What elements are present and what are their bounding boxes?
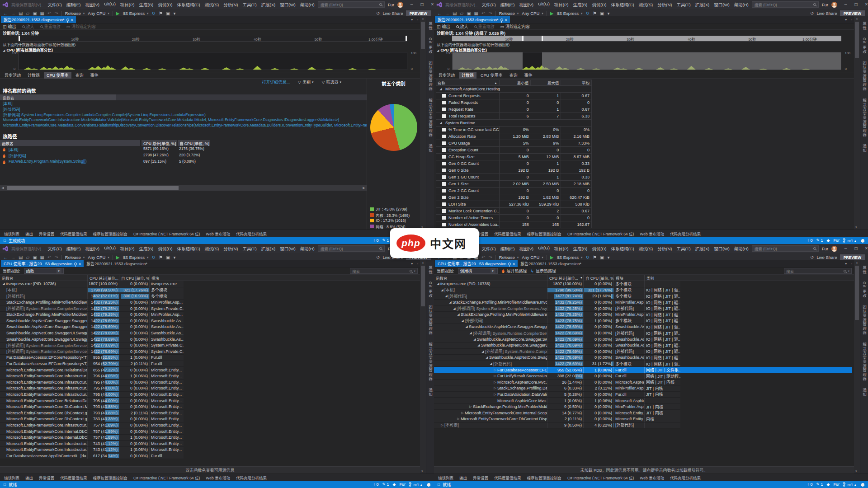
top-function-row[interactable]: Microsoft.EntityFrameworkCore.Metadata.C… <box>0 123 367 129</box>
tab-close-icon[interactable]: × <box>513 262 515 266</box>
table-row[interactable]: ◢Swashbuckle.AspNetCore.Swagger.SwaggerM… <box>434 324 680 330</box>
col-avg[interactable]: 平均 <box>561 80 591 85</box>
reset-zoom-button[interactable]: 重置缩放 <box>474 23 495 29</box>
table-row[interactable]: Microsoft.EntityFrameworkCore.DbContext.… <box>0 410 184 416</box>
menu-item[interactable]: 帮助(H) <box>300 1 315 8</box>
toolbox-icon[interactable]: ▣ <box>600 255 604 260</box>
redo-icon[interactable]: ↷ <box>488 11 492 16</box>
counter-checkbox[interactable] <box>442 182 446 186</box>
selection-handle-left[interactable] <box>19 36 20 41</box>
navigate-back-icon[interactable]: ← <box>3 255 8 260</box>
side-tab[interactable]: Git 更改 <box>428 282 433 298</box>
menu-item[interactable]: 体系结构(C) <box>177 245 200 252</box>
menu-item[interactable]: 视图(V) <box>85 1 99 8</box>
menu-item[interactable]: 生成(B) <box>139 245 154 252</box>
table-row[interactable]: ▷Microsoft.EntityFrameworkCore.Internal.… <box>434 410 680 416</box>
col-total-cpu[interactable]: CPU 总计[单位...▼ <box>547 275 583 281</box>
toolbar-overflow-icon[interactable]: ▾ <box>173 255 175 260</box>
counter-checkbox[interactable] <box>442 141 446 145</box>
tab-cpu-usage[interactable]: CPU 使用率 - 报告20...53.diagsession× <box>1 260 84 267</box>
table-row[interactable]: Microsoft.EntityFrameworkCore.Infrastruc… <box>0 422 184 429</box>
scrollbar-thumb[interactable] <box>7 186 179 190</box>
platform-dropdown[interactable]: Any CPU▾ <box>522 255 543 260</box>
repo-name[interactable]: Fur <box>833 482 840 487</box>
close-button[interactable]: × <box>427 0 434 9</box>
counter-checkbox[interactable] <box>442 101 446 104</box>
zoom-in-button[interactable]: 放大 <box>22 23 34 29</box>
counter-row[interactable]: % Time in GC since last GC0%0%0% <box>436 127 592 133</box>
expander-icon[interactable]: ▷ <box>456 417 461 421</box>
account-avatar[interactable] <box>831 2 837 8</box>
side-tab[interactable]: Git 更改 <box>862 282 867 298</box>
menu-item[interactable]: 生成(B) <box>139 1 154 8</box>
panel-tab[interactable]: 错误列表 <box>4 231 19 236</box>
clear-selection-button[interactable]: ▭清除选定内容 <box>500 23 530 29</box>
float-icon[interactable]: ▫ <box>417 262 418 266</box>
open-file-icon[interactable]: ▱ <box>26 11 29 16</box>
counter-row[interactable]: Monitor Lock Contention C...020.67 <box>436 208 592 215</box>
open-details-link[interactable]: 打开详细信息... <box>262 79 290 85</box>
panel-tab[interactable]: 输出 <box>25 475 33 480</box>
expander-icon[interactable]: ◢ <box>452 307 457 310</box>
notifications-bell-icon[interactable] <box>427 483 430 486</box>
run-icon[interactable]: ▶ <box>550 11 554 16</box>
table-row[interactable]: Microsoft.EntityFrameworkCore.Infrastruc… <box>0 385 184 392</box>
menu-item[interactable]: 扩展(X) <box>261 1 276 8</box>
menu-item[interactable]: 视图(V) <box>519 245 533 252</box>
counter-group-row[interactable]: ◢System.Runtime <box>436 120 592 127</box>
menu-item[interactable]: 测试(S) <box>205 245 219 252</box>
counter-row[interactable]: Request Rate010.67 <box>436 106 592 113</box>
side-tab[interactable]: 通知 <box>428 144 433 153</box>
output-button[interactable]: ◫输出 <box>437 23 450 29</box>
expander-icon[interactable]: ◢ <box>439 87 443 91</box>
tab-list-icon[interactable]: ▾ <box>845 262 847 266</box>
navigate-back-icon[interactable]: ← <box>437 11 442 16</box>
panel-tab[interactable]: 输出 <box>459 475 467 480</box>
toolbar-overflow-icon[interactable]: ▾ <box>607 255 609 260</box>
expand-hot-path-button[interactable]: 展开热路径 <box>501 268 527 274</box>
panel-tab[interactable]: 程序包管理器控制台 <box>527 475 562 480</box>
menu-item[interactable]: 文件(F) <box>48 1 62 8</box>
side-tab[interactable]: 团队资源管理器 <box>862 305 867 335</box>
menu-item[interactable]: 编辑(E) <box>66 245 81 252</box>
refresh-icon[interactable]: ↻ <box>152 11 156 16</box>
expander-icon[interactable]: ◢ <box>464 325 469 328</box>
tab-diagsession[interactable]: 报告20200921-1553.diagsession* <box>518 260 584 267</box>
counter-row[interactable]: CPU Usage5%9%7.33% <box>436 140 592 147</box>
counter-checkbox[interactable] <box>442 108 446 111</box>
counter-row[interactable]: GC Heap Size5 MiB12 MiB8.67 MiB <box>436 154 592 160</box>
live-share-icon[interactable]: ↺ <box>376 255 380 260</box>
panel-tab[interactable]: 代码克隆分析结果 <box>670 231 701 236</box>
account-avatar[interactable] <box>831 246 837 252</box>
menu-item[interactable]: 工具(T) <box>676 1 690 8</box>
pending-edits-counter[interactable]: ✎ 1 <box>382 482 389 487</box>
reset-zoom-button[interactable]: 重置缩放 <box>40 23 61 29</box>
expander-icon[interactable]: ▷ <box>493 386 497 390</box>
expander-icon[interactable]: ▷ <box>468 405 473 408</box>
cpu-graph-header[interactable]: ◢CPU (所有处理器的百分比) <box>434 47 854 52</box>
save-all-icon[interactable]: ▦ <box>40 11 44 16</box>
table-row[interactable]: ◢[外部调用] System.Runtime.CompilerServices.… <box>434 305 680 312</box>
hot-function-name[interactable]: [本机] <box>9 146 19 152</box>
hot-col-function[interactable]: 函数名 <box>0 140 140 146</box>
menu-item[interactable]: 生成(B) <box>573 245 588 252</box>
cpu-graph-header[interactable]: ◢CPU (所有处理器的百分比) <box>0 47 420 52</box>
clear-selection-button[interactable]: ▭清除选定内容 <box>66 23 96 29</box>
arrows-up-counter[interactable]: ↑ 0 <box>807 238 812 243</box>
top-function-row[interactable]: Microsoft.EntityFrameworkCore.Infrastruc… <box>0 117 367 123</box>
float-icon[interactable]: ▫ <box>851 18 852 22</box>
report-view-tab[interactable]: 事件 <box>88 72 101 79</box>
side-tab[interactable]: 通知 <box>862 388 867 397</box>
grid-search-box[interactable]: 搜索▾ <box>784 268 852 274</box>
toolbar-overflow-icon[interactable]: ▾ <box>173 11 175 16</box>
filter-button[interactable]: ▽筛选器▾ <box>322 79 341 85</box>
expander-icon[interactable]: ◢ <box>489 362 493 366</box>
menu-item[interactable]: 帮助(H) <box>734 1 749 8</box>
side-tab[interactable]: 通知 <box>862 144 867 153</box>
grid-search-box[interactable]: 搜索▾ <box>350 268 418 274</box>
arrows-up-counter[interactable]: ↑ 0 <box>373 238 378 243</box>
side-tab[interactable]: 解决方案资源管理器 <box>862 99 867 137</box>
menu-item[interactable]: 测试(S) <box>639 1 653 8</box>
panel-tab[interactable]: Web 发布活动 <box>640 231 664 236</box>
side-tab[interactable]: 属性 <box>428 266 433 274</box>
